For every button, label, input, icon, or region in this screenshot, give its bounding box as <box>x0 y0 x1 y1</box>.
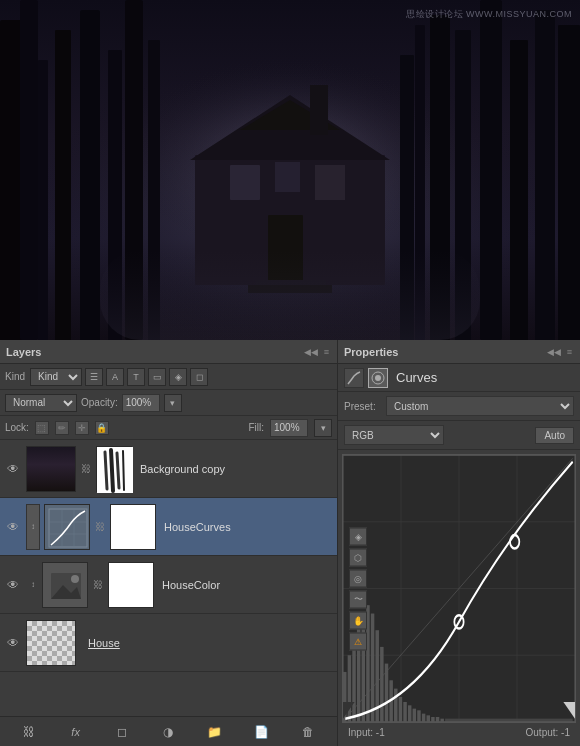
svg-rect-3 <box>0 20 22 340</box>
layer-mask-housecolor <box>108 562 154 608</box>
svg-rect-73 <box>408 705 411 722</box>
layer-filter-smart[interactable]: ◈ <box>169 368 187 386</box>
add-fx-btn[interactable]: fx <box>66 722 86 742</box>
blend-mode-select[interactable]: Normal Multiply Screen <box>5 394 77 412</box>
kind-label: Kind <box>5 371 25 382</box>
curve-tool-eyedropper-black[interactable]: ◈ <box>349 527 367 545</box>
svg-rect-30 <box>97 447 133 493</box>
layer-row-housecolor[interactable]: 👁 ↕ ⛓ <box>0 556 337 614</box>
output-value: -1 <box>561 727 570 738</box>
svg-rect-5 <box>55 30 71 340</box>
svg-rect-65 <box>371 614 374 722</box>
svg-rect-77 <box>427 715 430 722</box>
channel-row: RGB Red Green Blue Auto <box>338 421 580 450</box>
kind-select[interactable]: Kind <box>30 368 82 386</box>
svg-rect-67 <box>380 647 383 722</box>
opacity-input[interactable] <box>122 394 160 412</box>
fill-input[interactable] <box>270 419 308 437</box>
layer-visibility-bg-copy[interactable]: 👁 <box>4 462 22 476</box>
opacity-dropdown[interactable]: ▾ <box>164 394 182 412</box>
layer-thumb-house <box>26 620 76 666</box>
layer-filter-toggle[interactable]: ◻ <box>190 368 208 386</box>
lock-position[interactable]: ✛ <box>75 421 89 435</box>
svg-rect-68 <box>385 664 388 722</box>
output-label: Output: -1 <box>526 727 570 738</box>
add-mask-btn[interactable]: ◻ <box>112 722 132 742</box>
preset-select[interactable]: Custom Default Strong Contrast <box>386 396 574 416</box>
svg-rect-76 <box>422 714 425 722</box>
curves-icon-btn[interactable] <box>344 368 364 388</box>
layers-footer: ⛓ fx ◻ ◑ 📁 📄 🗑 <box>0 716 337 746</box>
layers-lock-bar: Lock: ⬚ ✏ ✛ 🔒 Fill: ▾ <box>0 416 337 440</box>
layer-link-housecurves: ⛓ <box>94 521 106 532</box>
add-link-btn[interactable]: ⛓ <box>19 722 39 742</box>
properties-panel-collapse[interactable]: ◀◀ <box>545 347 563 357</box>
svg-rect-29 <box>100 250 480 340</box>
layer-name-housecolor: HouseColor <box>158 579 333 591</box>
fill-dropdown[interactable]: ▾ <box>314 419 332 437</box>
svg-rect-71 <box>399 697 402 722</box>
svg-rect-11 <box>480 0 502 340</box>
new-group-btn[interactable]: 📁 <box>205 722 225 742</box>
svg-rect-4 <box>20 0 38 340</box>
layer-thumb-bg-copy <box>26 446 76 492</box>
svg-rect-60 <box>348 655 351 722</box>
add-adjustment-btn[interactable]: ◑ <box>158 722 178 742</box>
curves-graph-container: ◈ ⬡ ◎ 〜 ✋ ⚠ Input: -1 Output: -1 <box>338 450 580 746</box>
input-label: Input: -1 <box>348 727 385 738</box>
layer-mask-bg-copy <box>96 446 132 492</box>
opacity-label: Opacity: <box>81 397 118 408</box>
properties-panel-menu[interactable]: ≡ <box>565 347 574 357</box>
svg-point-44 <box>71 575 79 583</box>
layer-filter-adjust[interactable]: A <box>106 368 124 386</box>
layer-link-housecolor: ⛓ <box>92 579 104 590</box>
delete-layer-btn[interactable]: 🗑 <box>298 722 318 742</box>
input-value: -1 <box>376 727 385 738</box>
layer-name-bg-copy: Background copy <box>136 463 333 475</box>
curve-tool-eyedropper-white[interactable]: ◎ <box>349 569 367 587</box>
properties-panel: Properties ◀◀ ≡ Curves Preset: Custom De… <box>338 340 580 746</box>
lock-image[interactable]: ✏ <box>55 421 69 435</box>
svg-line-33 <box>117 453 119 488</box>
layers-list: 👁 ⛓ Background copy <box>0 440 337 716</box>
svg-rect-13 <box>535 10 555 340</box>
layer-row[interactable]: 👁 ⛓ Background copy <box>0 440 337 498</box>
layers-panel-collapse[interactable]: ◀◀ <box>302 347 320 357</box>
layer-filter-shape[interactable]: ▭ <box>148 368 166 386</box>
layer-filter-text[interactable]: T <box>127 368 145 386</box>
svg-rect-72 <box>403 702 406 722</box>
channel-select[interactable]: RGB Red Green Blue <box>344 425 444 445</box>
layer-name-house: House <box>80 637 333 649</box>
svg-rect-61 <box>352 639 355 722</box>
properties-panel-header: Properties ◀◀ ≡ <box>338 340 580 364</box>
lock-all[interactable]: 🔒 <box>95 421 109 435</box>
svg-rect-75 <box>417 710 420 722</box>
svg-rect-14 <box>558 25 580 340</box>
layers-blend-bar: Normal Multiply Screen Opacity: ▾ <box>0 390 337 416</box>
layer-name-housecurves: HouseCurves <box>160 521 333 533</box>
layer-visibility-housecurves[interactable]: 👁 <box>4 520 22 534</box>
auto-button[interactable]: Auto <box>535 427 574 444</box>
layer-row-housecurves[interactable]: 👁 ↕ <box>0 498 337 556</box>
lock-transparent[interactable]: ⬚ <box>35 421 49 435</box>
new-layer-btn[interactable]: 📄 <box>251 722 271 742</box>
preset-label: Preset: <box>344 401 380 412</box>
canvas-area: 思绘设计论坛 WWW.MISSYUAN.COM <box>0 0 580 340</box>
layer-visibility-house[interactable]: 👁 <box>4 636 22 650</box>
layer-visibility-housecolor[interactable]: 👁 <box>4 578 22 592</box>
layer-filter-pixel[interactable]: ☰ <box>85 368 103 386</box>
svg-rect-23 <box>275 162 300 192</box>
curve-tool-warning[interactable]: ⚠ <box>349 632 367 650</box>
curve-tool-sample[interactable]: 〜 <box>349 590 367 608</box>
properties-mask-btn[interactable] <box>368 368 388 388</box>
svg-rect-15 <box>38 60 48 340</box>
layer-row-house[interactable]: 👁 House <box>0 614 337 672</box>
curves-graph[interactable]: ◈ ⬡ ◎ 〜 ✋ ⚠ <box>342 454 576 723</box>
curve-tool-eyedropper-mid[interactable]: ⬡ <box>349 548 367 566</box>
layers-panel-menu[interactable]: ≡ <box>322 347 331 357</box>
svg-rect-26 <box>310 85 328 135</box>
curve-tool-hand[interactable]: ✋ <box>349 611 367 629</box>
layer-link-bg-copy: ⛓ <box>80 463 92 474</box>
curves-section-title: Curves <box>392 370 437 385</box>
svg-point-51 <box>375 375 381 381</box>
